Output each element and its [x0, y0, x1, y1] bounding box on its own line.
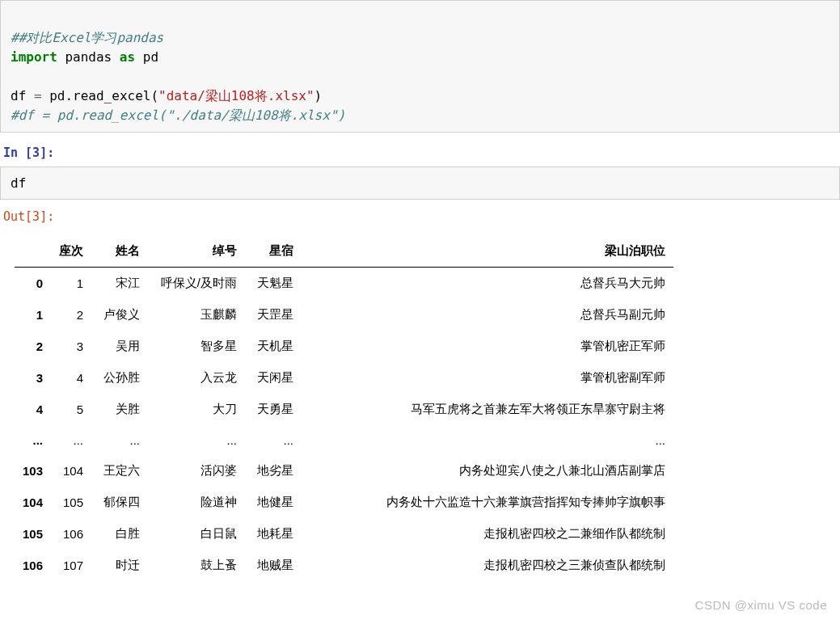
cell: 3: [51, 331, 91, 362]
code-input[interactable]: df: [0, 167, 840, 200]
row-index: 2: [15, 331, 51, 362]
cell: 天机星: [245, 331, 302, 362]
cell: 活闪婆: [148, 455, 245, 487]
cell: ...: [51, 425, 91, 455]
cell: 5: [51, 394, 91, 425]
cell: 智多星: [148, 331, 245, 362]
cell: 入云龙: [148, 362, 245, 394]
cell: 大刀: [148, 394, 245, 425]
code-comment: #df = pd.read_excel("./data/梁山108将.xlsx"…: [11, 108, 345, 123]
cell: 掌管机密副军师: [302, 362, 673, 394]
table-row: 45关胜大刀天勇星马军五虎将之首兼左军大将领正东旱寨守尉主将: [15, 394, 673, 425]
table-row: 01宋江呼保义/及时雨天魁星总督兵马大元帅: [15, 268, 673, 300]
cell: ...: [148, 425, 245, 455]
col-header: 座次: [51, 235, 91, 268]
col-header: 绰号: [148, 235, 245, 268]
cell: ...: [91, 425, 148, 455]
cell: 宋江: [91, 268, 148, 300]
table-row: 34公孙胜入云龙天闲星掌管机密副军师: [15, 362, 673, 394]
cell: 106: [51, 518, 91, 550]
col-header: 姓名: [91, 235, 148, 268]
cell: 总督兵马副元帅: [302, 299, 673, 331]
row-index: ...: [15, 425, 51, 455]
dataframe-table: 座次 姓名 绰号 星宿 梁山泊职位 01宋江呼保义/及时雨天魁星总督兵马大元帅1…: [15, 235, 673, 581]
table-row: 103104王定六活闪婆地劣星内务处迎宾八使之八兼北山酒店副掌店: [15, 455, 673, 487]
index-header: [15, 235, 51, 268]
cell: 马军五虎将之首兼左军大将领正东旱寨守尉主将: [302, 394, 673, 425]
cell: 白日鼠: [148, 518, 245, 550]
cell: 公孙胜: [91, 362, 148, 394]
code-cell-1: ##对比Excel学习pandas import pandas as pd df…: [0, 0, 840, 133]
cell: 呼保义/及时雨: [148, 268, 245, 300]
table-row: 12卢俊义玉麒麟天罡星总督兵马副元帅: [15, 299, 673, 331]
cell: 107: [51, 550, 91, 581]
cell: 内务处十六监造十六兼掌旗营指挥知专捧帅字旗帜事: [302, 487, 673, 518]
cell: 天勇星: [245, 394, 302, 425]
cell: 吴用: [91, 331, 148, 362]
cell: 白胜: [91, 518, 148, 550]
output-prompt: Out[3]:: [3, 209, 840, 224]
table-row: 105106白胜白日鼠地耗星走报机密四校之二兼细作队都统制: [15, 518, 673, 550]
table-row: 106107时迁鼓上蚤地贼星走报机密四校之三兼侦查队都统制: [15, 550, 673, 581]
cell: 地贼星: [245, 550, 302, 581]
row-index: 103: [15, 455, 51, 487]
col-header: 星宿: [245, 235, 302, 268]
cell: 1: [51, 268, 91, 300]
cell: 王定六: [91, 455, 148, 487]
cell: 鼓上蚤: [148, 550, 245, 581]
cell: 4: [51, 362, 91, 394]
cell: 卢俊义: [91, 299, 148, 331]
table-row: ..................: [15, 425, 673, 455]
code-comment: ##对比Excel学习pandas: [11, 30, 163, 45]
cell: 总督兵马大元帅: [302, 268, 673, 300]
input-code-text: df: [11, 175, 26, 191]
cell: 郁保四: [91, 487, 148, 518]
cell: 2: [51, 299, 91, 331]
table-header-row: 座次 姓名 绰号 星宿 梁山泊职位: [15, 235, 673, 268]
table-row: 23吴用智多星天机星掌管机密正军师: [15, 331, 673, 362]
cell: 走报机密四校之三兼侦查队都统制: [302, 550, 673, 581]
cell: ...: [245, 425, 302, 455]
cell: 地耗星: [245, 518, 302, 550]
cell: 天魁星: [245, 268, 302, 300]
row-index: 106: [15, 550, 51, 581]
cell: 内务处迎宾八使之八兼北山酒店副掌店: [302, 455, 673, 487]
dataframe-output: 座次 姓名 绰号 星宿 梁山泊职位 01宋江呼保义/及时雨天魁星总督兵马大元帅1…: [15, 235, 840, 581]
table-row: 104105郁保四险道神地健星内务处十六监造十六兼掌旗营指挥知专捧帅字旗帜事: [15, 487, 673, 518]
cell: 掌管机密正军师: [302, 331, 673, 362]
cell: 天闲星: [245, 362, 302, 394]
col-header: 梁山泊职位: [302, 235, 673, 268]
row-index: 3: [15, 362, 51, 394]
cell: 时迁: [91, 550, 148, 581]
cell: ...: [302, 425, 673, 455]
cell: 天罡星: [245, 299, 302, 331]
row-index: 105: [15, 518, 51, 550]
cell: 地健星: [245, 487, 302, 518]
cell: 地劣星: [245, 455, 302, 487]
cell: 玉麒麟: [148, 299, 245, 331]
input-prompt: In [3]:: [3, 145, 840, 160]
cell: 走报机密四校之二兼细作队都统制: [302, 518, 673, 550]
cell: 104: [51, 455, 91, 487]
row-index: 1: [15, 299, 51, 331]
cell: 险道神: [148, 487, 245, 518]
code-keyword: import: [11, 49, 57, 65]
row-index: 104: [15, 487, 51, 518]
row-index: 4: [15, 394, 51, 425]
cell: 105: [51, 487, 91, 518]
row-index: 0: [15, 268, 51, 300]
cell: 关胜: [91, 394, 148, 425]
